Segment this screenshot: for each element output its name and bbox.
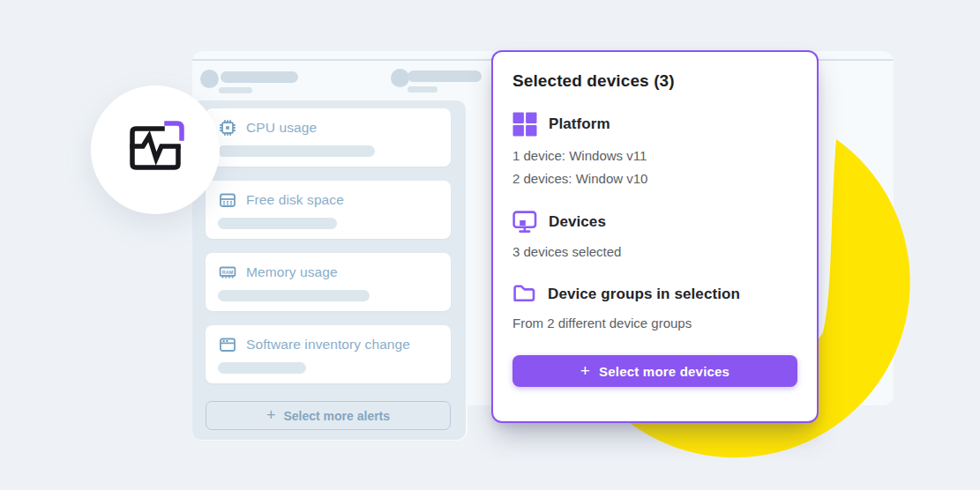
ram-module-icon: RAM: [218, 263, 237, 282]
section-heading: Device groups in selection: [548, 286, 740, 303]
section-detail: From 2 different device groups: [512, 312, 797, 335]
alert-item-memory-usage[interactable]: RAM Memory usage: [206, 253, 451, 311]
hero-illustration: CPU usage Free disk space: [0, 0, 980, 490]
skeleton-bar: [221, 71, 298, 83]
alert-label: Free disk space: [246, 192, 344, 208]
skeleton-bar: [218, 290, 370, 301]
alerts-list-panel: CPU usage Free disk space: [192, 100, 466, 440]
select-more-devices-button[interactable]: + Select more devices: [512, 355, 797, 387]
selected-devices-panel: Selected devices (3) Platform 1 device: …: [491, 50, 819, 423]
avatar: [391, 69, 409, 87]
alert-item-software-inventory-change[interactable]: Software inventory change: [206, 325, 451, 383]
alert-item-free-disk-space[interactable]: Free disk space: [206, 181, 451, 239]
plus-icon: +: [266, 407, 276, 423]
select-more-devices-label: Select more devices: [599, 364, 729, 379]
section-detail: 1 device: Windows v11: [512, 145, 797, 167]
app-window-icon: [218, 335, 237, 354]
folder-icon: [512, 284, 536, 304]
section-heading: Platform: [549, 115, 610, 133]
svg-text:RAM: RAM: [222, 270, 234, 275]
section-devices: Devices 3 devices selected: [512, 211, 797, 264]
section-platform: Platform 1 device: Windows v11 2 devices…: [512, 112, 797, 190]
alert-label: Software inventory change: [246, 337, 410, 353]
section-detail: 2 devices: Window v10: [512, 167, 797, 190]
monitor-icon: [512, 211, 537, 233]
skeleton-bar: [218, 145, 375, 157]
disk-drive-icon: [218, 190, 237, 210]
section-device-groups: Device groups in selection From 2 differ…: [512, 284, 797, 335]
windows-grid-icon: [512, 112, 537, 137]
section-heading: Devices: [549, 213, 606, 231]
panel-title: Selected devices (3): [512, 71, 797, 91]
plus-icon: +: [580, 362, 590, 379]
alert-label: Memory usage: [246, 264, 338, 280]
skeleton-bar: [219, 87, 252, 93]
cpu-chip-icon: [218, 118, 237, 137]
alert-label: CPU usage: [246, 120, 317, 136]
select-more-alerts-label: Select more alerts: [283, 409, 390, 423]
select-more-alerts-button[interactable]: + Select more alerts: [206, 401, 451, 430]
pulse-monitor-icon: [123, 119, 187, 174]
avatar: [200, 70, 219, 88]
alert-item-cpu-usage[interactable]: CPU usage: [206, 108, 451, 167]
skeleton-bar: [218, 362, 306, 374]
section-detail: 3 devices selected: [512, 241, 797, 264]
skeleton-bar: [408, 71, 482, 82]
logo-circle: [91, 85, 220, 214]
skeleton-bar: [408, 86, 438, 93]
skeleton-bar: [218, 218, 337, 229]
